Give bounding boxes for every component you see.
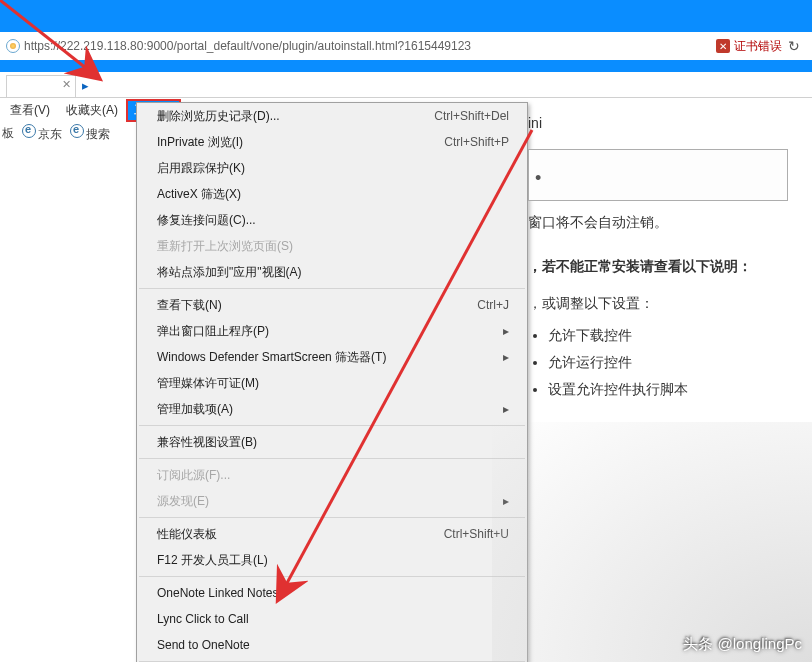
menu-favorites[interactable]: 收藏夹(A) [58, 99, 126, 122]
menu-item-label: 重新打开上次浏览页面(S) [157, 238, 293, 255]
page-text: ，或调整以下设置： [528, 290, 788, 317]
menu-item-shortcut: Ctrl+Shift+Del [434, 109, 509, 123]
menu-item[interactable]: 修复连接问题(C)... [137, 207, 527, 233]
menu-item-label: Send to OneNote [157, 638, 250, 652]
menu-item[interactable]: 查看下载(N)Ctrl+J [137, 292, 527, 318]
section-heading: ，若不能正常安装请查看以下说明： [528, 253, 788, 280]
menu-item-label: 查看下载(N) [157, 297, 222, 314]
menu-item[interactable]: 管理加载项(A)▸ [137, 396, 527, 422]
page-text: 窗口将不会自动注销。 [528, 209, 788, 236]
menu-item: 源发现(E)▸ [137, 488, 527, 514]
page-text: ini [528, 110, 788, 137]
links-item[interactable]: 京东 [22, 124, 62, 143]
menu-item-label: 管理加载项(A) [157, 401, 233, 418]
ie-small-icon [70, 124, 84, 138]
shield-icon: ✕ [716, 39, 730, 53]
submenu-arrow-icon: ▸ [503, 324, 509, 338]
tab-strip: ✕ ▸ [0, 72, 812, 98]
menu-item-label: 弹出窗口阻止程序(P) [157, 323, 269, 340]
menu-item-label: ActiveX 筛选(X) [157, 186, 241, 203]
ie-icon [6, 39, 20, 53]
menu-item[interactable]: Send to OneNote [137, 632, 527, 658]
menu-item[interactable]: 启用跟踪保护(K) [137, 155, 527, 181]
refresh-icon[interactable]: ↻ [788, 38, 800, 54]
blue-strip [0, 60, 812, 72]
menu-item[interactable]: 将站点添加到"应用"视图(A) [137, 259, 527, 285]
menu-item-label: 源发现(E) [157, 493, 209, 510]
menu-item-shortcut: Ctrl+Shift+U [444, 527, 509, 541]
input-box[interactable] [528, 149, 788, 201]
certificate-error-badge[interactable]: ✕ 证书错误 [716, 38, 782, 55]
menu-item[interactable]: F12 开发人员工具(L) [137, 547, 527, 573]
url-text[interactable]: https://222.219.118.80:9000/portal_defau… [24, 39, 471, 53]
menu-item[interactable]: ActiveX 筛选(X) [137, 181, 527, 207]
menu-item[interactable]: Lync Click to Call [137, 606, 527, 632]
menu-item-label: 性能仪表板 [157, 526, 217, 543]
bullet-list: 允许下载控件 允许运行控件 设置允许控件执行脚本 [528, 322, 788, 402]
links-item[interactable]: 搜索 [70, 124, 110, 143]
bullet-item: 允许下载控件 [548, 322, 788, 349]
bullet-item: 设置允许控件执行脚本 [548, 376, 788, 403]
menu-item: 订阅此源(F)... [137, 462, 527, 488]
menu-view[interactable]: 查看(V) [2, 99, 58, 122]
menu-item[interactable]: 删除浏览历史记录(D)...Ctrl+Shift+Del [137, 103, 527, 129]
menu-item[interactable]: 弹出窗口阻止程序(P)▸ [137, 318, 527, 344]
page-body: ini 窗口将不会自动注销。 ，若不能正常安装请查看以下说明： ，或调整以下设置… [528, 110, 788, 402]
tab-blank[interactable]: ✕ [6, 75, 76, 97]
submenu-arrow-icon: ▸ [503, 350, 509, 364]
menu-item-shortcut: Ctrl+Shift+P [444, 135, 509, 149]
menu-item-label: Windows Defender SmartScreen 筛选器(T) [157, 349, 386, 366]
menu-item[interactable]: InPrivate 浏览(I)Ctrl+Shift+P [137, 129, 527, 155]
menu-item[interactable]: Windows Defender SmartScreen 筛选器(T)▸ [137, 344, 527, 370]
menu-item-label: 删除浏览历史记录(D)... [157, 108, 280, 125]
menu-item[interactable]: 管理媒体许可证(M) [137, 370, 527, 396]
submenu-arrow-icon: ▸ [503, 494, 509, 508]
menu-item-shortcut: Ctrl+J [477, 298, 509, 312]
menu-item-label: 兼容性视图设置(B) [157, 434, 257, 451]
menu-item-label: 管理媒体许可证(M) [157, 375, 259, 392]
tools-dropdown-menu: 删除浏览历史记录(D)...Ctrl+Shift+DelInPrivate 浏览… [136, 102, 528, 662]
ie-small-icon [22, 124, 36, 138]
menu-item[interactable]: 性能仪表板Ctrl+Shift+U [137, 521, 527, 547]
background-gradient [492, 422, 812, 662]
menu-item-label: 修复连接问题(C)... [157, 212, 256, 229]
window-titlebar [0, 0, 812, 32]
menu-item[interactable]: 兼容性视图设置(B) [137, 429, 527, 455]
menu-item-label: 将站点添加到"应用"视图(A) [157, 264, 302, 281]
submenu-arrow-icon: ▸ [503, 402, 509, 416]
chevron-right-icon[interactable]: ▸ [82, 78, 89, 93]
watermark-text: 头条 @longlingPc [683, 635, 802, 654]
menu-item-label: F12 开发人员工具(L) [157, 552, 268, 569]
menu-item-label: OneNote Linked Notes [157, 586, 278, 600]
close-icon[interactable]: ✕ [62, 78, 71, 91]
menu-item-label: InPrivate 浏览(I) [157, 134, 243, 151]
menu-item: 重新打开上次浏览页面(S) [137, 233, 527, 259]
bullet-item: 允许运行控件 [548, 349, 788, 376]
menu-item[interactable]: OneNote Linked Notes [137, 580, 527, 606]
menu-item-label: 启用跟踪保护(K) [157, 160, 245, 177]
address-bar: https://222.219.118.80:9000/portal_defau… [0, 32, 812, 60]
menu-item-label: Lync Click to Call [157, 612, 249, 626]
links-item[interactable]: 板 [2, 125, 14, 142]
cert-error-text: 证书错误 [734, 38, 782, 55]
menu-item-label: 订阅此源(F)... [157, 467, 230, 484]
